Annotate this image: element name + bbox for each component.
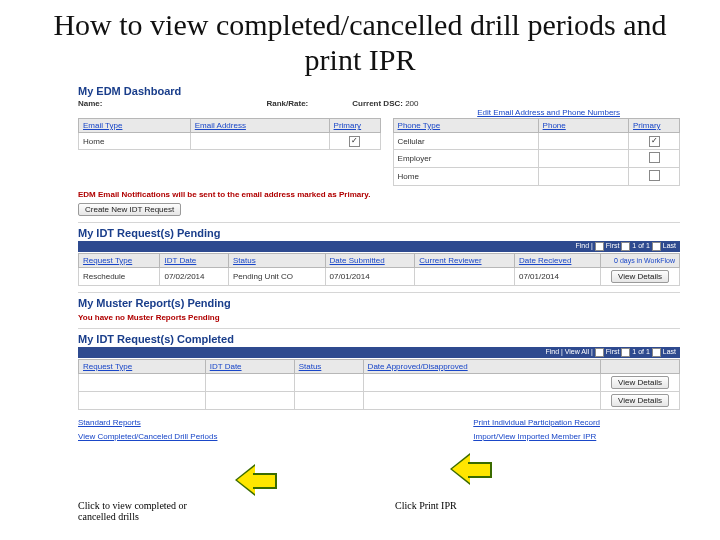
rank-label: Rank/Rate: (266, 99, 308, 108)
first-link[interactable]: First (606, 242, 620, 249)
create-idt-button[interactable]: Create New IDT Request (78, 203, 181, 216)
pending-th[interactable]: Date Submitted (325, 254, 415, 268)
edit-email-link[interactable]: Edit Email Address and Phone Numbers (477, 108, 620, 117)
email-th-type[interactable]: Email Type (79, 119, 191, 133)
pending-th[interactable]: Date Recieved (514, 254, 600, 268)
contact-tables: Email Type Email Address Primary Home ✓ … (78, 117, 680, 186)
divider (78, 222, 680, 223)
email-th-primary[interactable]: Primary (329, 119, 380, 133)
pending-table: Request Type IDT Date Status Date Submit… (78, 253, 680, 286)
phone-type-cell: Home (393, 168, 538, 186)
phone-table: Phone Type Phone Primary Cellular ✓ Empl… (393, 118, 680, 186)
workflow-cell: 0 days in WorkFlow (601, 254, 680, 268)
table-row: Reschedule 07/02/2014 Pending Unit CO 07… (79, 268, 680, 286)
caption-left: Click to view completed or cancelled dri… (78, 500, 218, 522)
view-completed-cancelled-link[interactable]: View Completed/Canceled Drill Periods (78, 432, 217, 441)
email-addr-cell (190, 133, 329, 150)
checkbox-icon[interactable] (649, 152, 660, 163)
first-link[interactable]: First (606, 348, 620, 355)
divider (78, 328, 680, 329)
import-ipr-link[interactable]: Import/View Imported Member IPR (473, 432, 596, 441)
phone-th-primary[interactable]: Primary (629, 119, 680, 133)
phone-th-phone[interactable]: Phone (538, 119, 628, 133)
pending-th[interactable]: Current Reviewer (415, 254, 515, 268)
last-link[interactable]: Last (663, 242, 676, 249)
count-text: 1 of 1 (632, 242, 650, 249)
view-details-button[interactable]: View Details (611, 376, 669, 389)
info-row: Name: Rank/Rate: Current DSC: 200 (78, 99, 680, 108)
page-icon[interactable] (595, 242, 604, 251)
standard-reports-link[interactable]: Standard Reports (78, 418, 141, 427)
phone-type-cell: Employer (393, 150, 538, 168)
completed-th[interactable]: Date Approved/Disapproved (363, 360, 600, 374)
pending-th[interactable]: IDT Date (160, 254, 229, 268)
phone-type-cell: Cellular (393, 133, 538, 150)
checkbox-checked-icon[interactable]: ✓ (349, 136, 360, 147)
dashboard-heading: My EDM Dashboard (78, 85, 680, 97)
table-row: Home ✓ (79, 133, 381, 150)
view-details-button[interactable]: View Details (611, 394, 669, 407)
phone-th-type[interactable]: Phone Type (393, 119, 538, 133)
name-label: Name: (78, 99, 102, 108)
checkbox-checked-icon[interactable]: ✓ (649, 136, 660, 147)
bottom-links: Standard Reports View Completed/Canceled… (78, 416, 680, 443)
pending-heading: My IDT Request(s) Pending (78, 227, 680, 239)
idt-date-cell: 07/02/2014 (160, 268, 229, 286)
status-cell: Pending Unit CO (229, 268, 326, 286)
caption-right: Click Print IPR (395, 500, 457, 511)
find-bar: Find | View All | First 1 of 1 Last (78, 347, 680, 358)
prev-icon[interactable] (621, 348, 630, 357)
table-row: Home (393, 168, 679, 186)
table-row: Employer (393, 150, 679, 168)
completed-th-actions (601, 360, 680, 374)
muster-note: You have no Muster Reports Pending (78, 313, 680, 322)
print-ipr-link[interactable]: Print Individual Participation Record (473, 418, 600, 427)
req-type-cell: Reschedule (79, 268, 160, 286)
prev-icon[interactable] (621, 242, 630, 251)
view-details-button[interactable]: View Details (611, 270, 669, 283)
completed-heading: My IDT Request(s) Completed (78, 333, 680, 345)
phone-cell (538, 133, 628, 150)
find-link[interactable]: Find | View All | (545, 348, 592, 355)
reviewer-cell (415, 268, 515, 286)
email-type-cell: Home (79, 133, 191, 150)
find-link[interactable]: Find | (576, 242, 593, 249)
pending-th[interactable]: Status (229, 254, 326, 268)
email-th-addr[interactable]: Email Address (190, 119, 329, 133)
table-row: Cellular ✓ (393, 133, 679, 150)
find-bar: Find | First 1 of 1 Last (78, 241, 680, 252)
phone-cell (538, 150, 628, 168)
table-row: View Details (79, 392, 680, 410)
next-icon[interactable] (652, 242, 661, 251)
count-text: 1 of 1 (632, 348, 650, 355)
checkbox-icon[interactable] (649, 170, 660, 181)
dsc-value: 200 (405, 99, 418, 108)
muster-heading: My Muster Report(s) Pending (78, 297, 680, 309)
page-icon[interactable] (595, 348, 604, 357)
pending-th[interactable]: Request Type (79, 254, 160, 268)
divider (78, 292, 680, 293)
next-icon[interactable] (652, 348, 661, 357)
email-table: Email Type Email Address Primary Home ✓ (78, 118, 381, 150)
completed-th[interactable]: Request Type (79, 360, 206, 374)
date-rec-cell: 07/01/2014 (514, 268, 600, 286)
slide-title: How to view completed/cancelled drill pe… (0, 0, 720, 81)
phone-cell (538, 168, 628, 186)
completed-th[interactable]: IDT Date (205, 360, 294, 374)
table-row: View Details (79, 374, 680, 392)
date-sub-cell: 07/01/2014 (325, 268, 415, 286)
last-link[interactable]: Last (663, 348, 676, 355)
dsc-label: Current DSC: (352, 99, 403, 108)
completed-th[interactable]: Status (294, 360, 363, 374)
primary-note: EDM Email Notifications will be sent to … (78, 190, 680, 199)
completed-table: Request Type IDT Date Status Date Approv… (78, 359, 680, 410)
app-screenshot: My EDM Dashboard Name: Rank/Rate: Curren… (78, 85, 680, 443)
